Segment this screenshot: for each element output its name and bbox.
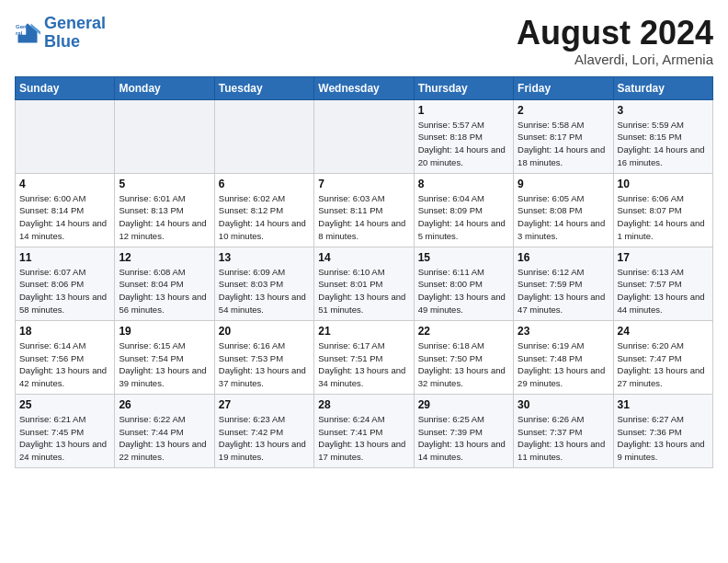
header-day-saturday: Saturday bbox=[613, 76, 712, 99]
day-cell bbox=[16, 99, 115, 173]
svg-text:Gene: Gene bbox=[16, 23, 30, 29]
day-cell bbox=[115, 99, 214, 173]
logo-text: General Blue bbox=[44, 15, 106, 52]
day-cell: 8Sunrise: 6:04 AM Sunset: 8:09 PM Daylig… bbox=[414, 173, 513, 247]
day-info: Sunrise: 6:26 AM Sunset: 7:37 PM Dayligh… bbox=[518, 413, 609, 464]
day-cell: 30Sunrise: 6:26 AM Sunset: 7:37 PM Dayli… bbox=[514, 394, 613, 467]
day-cell: 23Sunrise: 6:19 AM Sunset: 7:48 PM Dayli… bbox=[514, 320, 613, 394]
day-number: 22 bbox=[418, 325, 509, 338]
day-number: 8 bbox=[418, 178, 509, 190]
day-number: 6 bbox=[219, 178, 310, 190]
day-number: 1 bbox=[418, 104, 509, 117]
day-number: 3 bbox=[618, 104, 709, 117]
day-info: Sunrise: 6:17 AM Sunset: 7:51 PM Dayligh… bbox=[318, 339, 409, 390]
day-cell: 31Sunrise: 6:27 AM Sunset: 7:36 PM Dayli… bbox=[613, 394, 712, 467]
day-number: 9 bbox=[518, 178, 609, 190]
day-number: 15 bbox=[418, 251, 509, 264]
day-cell bbox=[314, 99, 414, 173]
day-cell: 17Sunrise: 6:13 AM Sunset: 7:57 PM Dayli… bbox=[613, 247, 712, 320]
day-number: 11 bbox=[19, 251, 110, 264]
week-row-2: 4Sunrise: 6:00 AM Sunset: 8:14 PM Daylig… bbox=[16, 173, 713, 247]
day-info: Sunrise: 6:04 AM Sunset: 8:09 PM Dayligh… bbox=[418, 192, 509, 243]
day-info: Sunrise: 5:57 AM Sunset: 8:18 PM Dayligh… bbox=[418, 119, 509, 169]
logo: Gene ral General Blue bbox=[15, 15, 106, 52]
day-cell: 2Sunrise: 5:58 AM Sunset: 8:17 PM Daylig… bbox=[514, 99, 613, 173]
day-cell: 1Sunrise: 5:57 AM Sunset: 8:18 PM Daylig… bbox=[414, 99, 513, 173]
day-info: Sunrise: 6:02 AM Sunset: 8:12 PM Dayligh… bbox=[219, 192, 310, 243]
day-info: Sunrise: 6:06 AM Sunset: 8:07 PM Dayligh… bbox=[618, 192, 709, 243]
header-row: SundayMondayTuesdayWednesdayThursdayFrid… bbox=[16, 76, 713, 99]
day-info: Sunrise: 6:10 AM Sunset: 8:01 PM Dayligh… bbox=[318, 266, 409, 316]
header-day-monday: Monday bbox=[115, 76, 214, 99]
day-number: 31 bbox=[618, 398, 709, 411]
day-cell: 3Sunrise: 5:59 AM Sunset: 8:15 PM Daylig… bbox=[613, 99, 712, 173]
day-number: 4 bbox=[19, 178, 110, 190]
title-block: August 2024 Alaverdi, Lori, Armenia bbox=[517, 15, 713, 67]
day-number: 29 bbox=[418, 398, 509, 411]
day-number: 27 bbox=[219, 398, 310, 411]
day-cell: 24Sunrise: 6:20 AM Sunset: 7:47 PM Dayli… bbox=[613, 320, 712, 394]
day-info: Sunrise: 6:09 AM Sunset: 8:03 PM Dayligh… bbox=[219, 266, 310, 316]
day-number: 14 bbox=[318, 251, 409, 264]
day-info: Sunrise: 6:23 AM Sunset: 7:42 PM Dayligh… bbox=[219, 413, 310, 464]
logo-blue: Blue bbox=[44, 32, 80, 51]
header-day-thursday: Thursday bbox=[414, 76, 513, 99]
day-cell: 28Sunrise: 6:24 AM Sunset: 7:41 PM Dayli… bbox=[314, 394, 414, 467]
day-number: 5 bbox=[119, 178, 210, 190]
week-row-5: 25Sunrise: 6:21 AM Sunset: 7:45 PM Dayli… bbox=[16, 394, 713, 467]
calendar-body: 1Sunrise: 5:57 AM Sunset: 8:18 PM Daylig… bbox=[16, 99, 713, 467]
day-info: Sunrise: 5:58 AM Sunset: 8:17 PM Dayligh… bbox=[518, 119, 609, 169]
day-number: 30 bbox=[518, 398, 609, 411]
day-info: Sunrise: 6:13 AM Sunset: 7:57 PM Dayligh… bbox=[618, 266, 709, 316]
day-cell: 7Sunrise: 6:03 AM Sunset: 8:11 PM Daylig… bbox=[314, 173, 414, 247]
day-info: Sunrise: 6:07 AM Sunset: 8:06 PM Dayligh… bbox=[19, 266, 110, 316]
day-cell: 12Sunrise: 6:08 AM Sunset: 8:04 PM Dayli… bbox=[115, 247, 214, 320]
logo-general: General bbox=[44, 14, 106, 32]
day-info: Sunrise: 6:21 AM Sunset: 7:45 PM Dayligh… bbox=[19, 413, 110, 464]
header-day-sunday: Sunday bbox=[16, 76, 115, 99]
day-cell bbox=[214, 99, 313, 173]
day-info: Sunrise: 6:19 AM Sunset: 7:48 PM Dayligh… bbox=[518, 339, 609, 390]
day-number: 20 bbox=[219, 325, 310, 338]
day-cell: 20Sunrise: 6:16 AM Sunset: 7:53 PM Dayli… bbox=[214, 320, 313, 394]
day-info: Sunrise: 6:24 AM Sunset: 7:41 PM Dayligh… bbox=[318, 413, 409, 464]
day-number: 24 bbox=[618, 325, 709, 338]
day-info: Sunrise: 6:03 AM Sunset: 8:11 PM Dayligh… bbox=[318, 192, 409, 243]
day-info: Sunrise: 6:00 AM Sunset: 8:14 PM Dayligh… bbox=[19, 192, 110, 243]
day-cell: 11Sunrise: 6:07 AM Sunset: 8:06 PM Dayli… bbox=[16, 247, 115, 320]
header-day-tuesday: Tuesday bbox=[214, 76, 313, 99]
calendar: SundayMondayTuesdayWednesdayThursdayFrid… bbox=[15, 76, 713, 468]
page: Gene ral General Blue August 2024 Alaver… bbox=[0, 0, 728, 563]
calendar-header: SundayMondayTuesdayWednesdayThursdayFrid… bbox=[16, 76, 713, 99]
subtitle: Alaverdi, Lori, Armenia bbox=[517, 52, 713, 67]
svg-text:ral: ral bbox=[16, 29, 23, 36]
day-cell: 6Sunrise: 6:02 AM Sunset: 8:12 PM Daylig… bbox=[214, 173, 313, 247]
day-info: Sunrise: 6:27 AM Sunset: 7:36 PM Dayligh… bbox=[618, 413, 709, 464]
day-info: Sunrise: 6:05 AM Sunset: 8:08 PM Dayligh… bbox=[518, 192, 609, 243]
day-number: 10 bbox=[618, 178, 709, 190]
day-number: 25 bbox=[19, 398, 110, 411]
day-info: Sunrise: 6:08 AM Sunset: 8:04 PM Dayligh… bbox=[119, 266, 210, 316]
day-cell: 22Sunrise: 6:18 AM Sunset: 7:50 PM Dayli… bbox=[414, 320, 513, 394]
day-number: 7 bbox=[318, 178, 409, 190]
day-info: Sunrise: 6:14 AM Sunset: 7:56 PM Dayligh… bbox=[19, 339, 110, 390]
day-cell: 10Sunrise: 6:06 AM Sunset: 8:07 PM Dayli… bbox=[613, 173, 712, 247]
day-info: Sunrise: 6:25 AM Sunset: 7:39 PM Dayligh… bbox=[418, 413, 509, 464]
day-cell: 9Sunrise: 6:05 AM Sunset: 8:08 PM Daylig… bbox=[514, 173, 613, 247]
header: Gene ral General Blue August 2024 Alaver… bbox=[15, 15, 713, 67]
day-number: 12 bbox=[119, 251, 210, 264]
day-number: 28 bbox=[318, 398, 409, 411]
day-cell: 26Sunrise: 6:22 AM Sunset: 7:44 PM Dayli… bbox=[115, 394, 214, 467]
day-number: 17 bbox=[618, 251, 709, 264]
day-cell: 4Sunrise: 6:00 AM Sunset: 8:14 PM Daylig… bbox=[16, 173, 115, 247]
day-info: Sunrise: 6:20 AM Sunset: 7:47 PM Dayligh… bbox=[618, 339, 709, 390]
day-number: 23 bbox=[518, 325, 609, 338]
day-cell: 29Sunrise: 6:25 AM Sunset: 7:39 PM Dayli… bbox=[414, 394, 513, 467]
day-cell: 19Sunrise: 6:15 AM Sunset: 7:54 PM Dayli… bbox=[115, 320, 214, 394]
day-info: Sunrise: 5:59 AM Sunset: 8:15 PM Dayligh… bbox=[618, 119, 709, 169]
day-number: 2 bbox=[518, 104, 609, 117]
day-cell: 21Sunrise: 6:17 AM Sunset: 7:51 PM Dayli… bbox=[314, 320, 414, 394]
day-number: 18 bbox=[19, 325, 110, 338]
day-info: Sunrise: 6:01 AM Sunset: 8:13 PM Dayligh… bbox=[119, 192, 210, 243]
day-cell: 14Sunrise: 6:10 AM Sunset: 8:01 PM Dayli… bbox=[314, 247, 414, 320]
